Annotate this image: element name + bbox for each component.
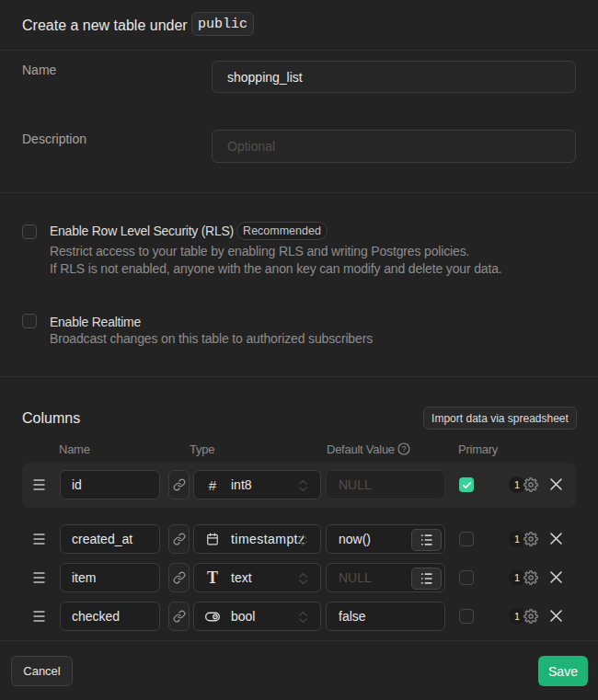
- svg-text:?: ?: [402, 444, 407, 453]
